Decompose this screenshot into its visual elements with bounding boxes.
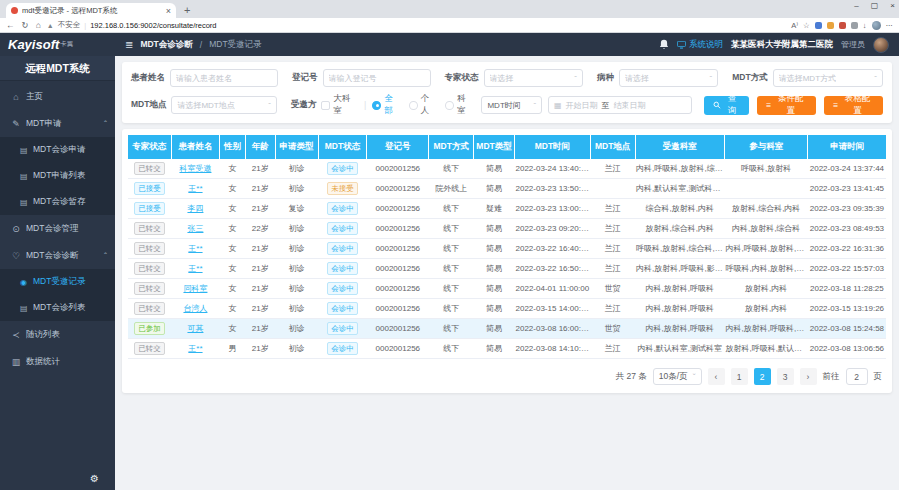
cell-apply_type: 初诊 <box>275 259 318 279</box>
date-range-picker[interactable]: ▦ 开始日期 至 结束日期 <box>548 96 692 114</box>
page-button-1[interactable]: 1 <box>731 368 748 385</box>
disease-select[interactable]: 请选择 ˇ <box>619 69 718 87</box>
cell-type: 简易 <box>474 339 515 359</box>
url-separator: | <box>84 21 86 30</box>
table-row[interactable]: 已转交同科室女21岁初诊会诊中0002001256线下简易2022-04-01 … <box>128 279 886 299</box>
expert-status-select[interactable]: 请选择 ˇ <box>484 69 583 87</box>
extension-icon-2[interactable] <box>827 22 834 29</box>
patient-name-link[interactable]: 王** <box>188 244 202 253</box>
goto-page-input[interactable] <box>846 368 868 385</box>
submenu-item-icon: ◉ <box>20 278 29 287</box>
cell-name: 王** <box>171 179 220 199</box>
sidebar-subitem-MDT申请列表[interactable]: ▤MDT申请列表 <box>0 163 115 189</box>
page-button-2[interactable]: 2 <box>754 368 771 385</box>
cell-time: 2022-03-23 09:20:00 <box>515 219 591 239</box>
window-close-button[interactable]: × <box>890 1 895 10</box>
reg-no-input[interactable] <box>323 69 431 87</box>
cell-gender: 女 <box>220 279 246 299</box>
sidebar-subitem-MDT会诊暂存[interactable]: ▤MDT会诊暂存 <box>0 189 115 215</box>
patient-name-link[interactable]: 王** <box>188 344 202 353</box>
read-aloud-icon[interactable]: A⁾ <box>791 21 798 30</box>
patient-name-link[interactable]: 可其 <box>187 324 203 333</box>
sidebar-subitem-MDT受邀记录[interactable]: ◉MDT受邀记录 <box>0 269 115 295</box>
table-row[interactable]: 已接受王**女21岁初诊未接受0002001256院外线上简易2022-03-2… <box>128 179 886 199</box>
sidebar-item-主页[interactable]: ⌂主页 <box>0 83 115 110</box>
browser-menu-icon[interactable]: ⋯ <box>886 21 894 30</box>
refresh-button[interactable]: ↻ <box>22 20 29 30</box>
extension-icon-4[interactable] <box>851 22 858 29</box>
table-row[interactable]: 已参加可其女21岁初诊会诊中0002001256线下简易2022-03-08 1… <box>128 319 886 339</box>
table-row[interactable]: 已转交张三女22岁初诊会诊中0002001256线下简易2022-03-23 0… <box>128 219 886 239</box>
table-row[interactable]: 已转交王**女21岁初诊会诊中0002001256线下简易2022-03-22 … <box>128 259 886 279</box>
patient-name-link[interactable]: 李四 <box>187 204 203 213</box>
sidebar-item-label: 主页 <box>26 91 107 103</box>
patient-name-link[interactable]: 王** <box>188 184 202 193</box>
patient-name-link[interactable]: 张三 <box>187 224 203 233</box>
downloads-icon[interactable]: ↓ <box>863 21 867 30</box>
invitee-radio-personal[interactable] <box>409 101 418 110</box>
table-row[interactable]: 已转交科室受邀女21岁初诊会诊中0002001256线下简易2022-03-24… <box>128 159 886 179</box>
window-minimize-button[interactable]: – <box>854 1 858 10</box>
browser-profile-avatar[interactable] <box>872 21 881 30</box>
cell-time: 2022-03-24 13:40:00 <box>515 159 591 179</box>
table-row[interactable]: 已接受李四女21岁复诊会诊中0002001256线下疑难2022-03-23 1… <box>128 199 886 219</box>
home-button[interactable]: ⌂ <box>36 20 41 30</box>
favorite-icon[interactable]: ☆ <box>803 21 810 30</box>
patient-name-input[interactable] <box>170 69 278 87</box>
cell-apply_time: 2022-03-08 13:06:56 <box>808 339 886 359</box>
extension-icon-3[interactable] <box>839 22 846 29</box>
big-dept-checkbox[interactable] <box>321 101 330 110</box>
prev-page-button[interactable]: ‹ <box>708 368 725 385</box>
page-button-3[interactable]: 3 <box>777 368 794 385</box>
cell-mdt_status: 会诊中 <box>318 299 367 319</box>
table-row[interactable]: 已转交王**男21岁初诊会诊中0002001256线下简易2022-03-08 … <box>128 339 886 359</box>
invitee-radio-personal-label[interactable]: 个人 <box>421 93 438 117</box>
sidebar-item-数据统计[interactable]: ▥数据统计 <box>0 348 115 375</box>
new-tab-button[interactable]: + <box>184 3 190 18</box>
table-config-button[interactable]: ≡ 表格配置 <box>824 96 883 115</box>
column-header-申请时间: 申请时间 <box>808 135 886 159</box>
extension-icon-1[interactable] <box>815 22 822 29</box>
invitee-radio-dept[interactable] <box>445 101 454 110</box>
cell-mdt_status: 会诊中 <box>318 319 367 339</box>
fold-menu-icon[interactable]: ≣ <box>125 39 133 50</box>
tab-close-icon[interactable]: × <box>166 6 171 16</box>
patient-name-link[interactable]: 同科室 <box>183 284 207 293</box>
time-type-select[interactable]: MDT时间 ˇ <box>481 96 542 114</box>
cell-apply_time: 2022-03-22 15:57:03 <box>808 259 886 279</box>
user-avatar[interactable] <box>873 37 889 53</box>
table-row[interactable]: 已转交台湾人女21岁初诊会诊中0002001256线下简易2022-03-15 … <box>128 299 886 319</box>
big-dept-checkbox-label[interactable]: 大科室 <box>333 93 358 117</box>
notification-bell-icon[interactable] <box>659 39 669 50</box>
mdt-place-select[interactable]: 请选择MDT地点 ˇ <box>171 96 276 114</box>
patient-name-link[interactable]: 王** <box>188 264 202 273</box>
goto-label: 前往 <box>823 371 840 383</box>
search-button[interactable]: 查询 <box>704 96 749 115</box>
patient-name-link[interactable]: 科室受邀 <box>179 164 211 173</box>
mdt-mode-select[interactable]: 请选择MDT方式 ˇ <box>773 69 883 87</box>
system-help-button[interactable]: 系统说明 <box>677 39 723 51</box>
table-row[interactable]: 已转交王**女21岁初诊会诊中0002001256线下简易2022-03-22 … <box>128 239 886 259</box>
column-header-专家状态: 专家状态 <box>128 135 171 159</box>
back-button[interactable]: ← <box>6 20 15 30</box>
cell-mode: 线下 <box>429 319 474 339</box>
condition-config-button[interactable]: ≡ 条件配置 <box>757 96 816 115</box>
sidebar-item-随访列表[interactable]: ≺随访列表 <box>0 321 115 348</box>
settings-gear-icon[interactable]: ⚙ <box>90 473 99 484</box>
url-field[interactable]: ▲ 不安全 | 192.168.0.156:9002/consultate/re… <box>47 20 785 30</box>
cell-name: 李四 <box>171 199 220 219</box>
browser-tab[interactable]: mdt受邀记录 - 远程MDT系统 × <box>6 3 176 18</box>
sidebar-item-MDT申请[interactable]: ✎MDT申请ˆ <box>0 110 115 137</box>
sidebar-item-MDT会诊管理[interactable]: ⊙MDT会诊管理 <box>0 215 115 242</box>
page-size-select[interactable]: 10条/页 ˇ <box>653 368 702 385</box>
window-maximize-button[interactable]: ▢ <box>871 1 879 10</box>
patient-name-link[interactable]: 台湾人 <box>183 304 207 313</box>
sidebar-subitem-MDT会诊列表[interactable]: ▤MDT会诊列表 <box>0 295 115 321</box>
invitee-radio-dept-label[interactable]: 科室 <box>457 93 474 117</box>
content-area: 患者姓名 登记号 专家状态 请选择 ˇ 病种 请选择 ˇ <box>115 56 899 490</box>
invitee-radio-all[interactable] <box>372 101 381 110</box>
invitee-radio-all-label[interactable]: 全部 <box>384 93 401 117</box>
next-page-button[interactable]: › <box>800 368 817 385</box>
sidebar-subitem-MDT会诊申请[interactable]: ▤MDT会诊申请 <box>0 137 115 163</box>
sidebar-item-MDT会诊诊断[interactable]: ♡MDT会诊诊断ˆ <box>0 242 115 269</box>
